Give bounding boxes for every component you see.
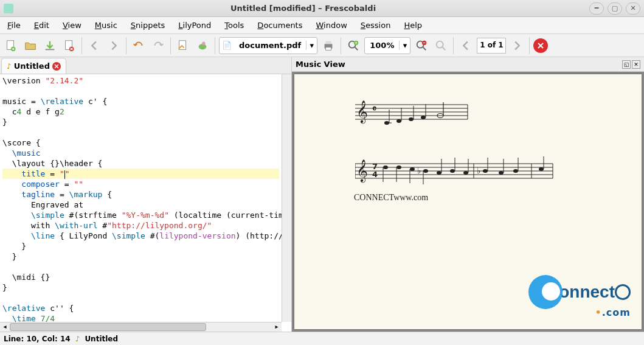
code-editor[interactable]: \version "2.14.2" music = \relative c' {… <box>0 74 291 332</box>
toolbar: 📄 document.pdf ▾ 100% ▾ 1 of 1 <box>0 34 644 57</box>
code-line[interactable]: } <box>2 241 279 251</box>
save-button[interactable] <box>41 37 58 54</box>
document-selector[interactable]: 📄 document.pdf ▾ <box>219 37 317 54</box>
menu-view[interactable]: View <box>59 19 85 32</box>
scroll-right-button[interactable]: ▸ <box>272 322 282 332</box>
svg-point-7 <box>202 41 206 45</box>
menu-help[interactable]: Help <box>400 19 426 32</box>
code-line[interactable]: \midi {} <box>2 272 279 282</box>
back-button[interactable] <box>86 37 103 54</box>
zoom-in-button[interactable] <box>345 37 362 54</box>
code-line[interactable]: } <box>2 251 279 262</box>
menu-file[interactable]: File <box>4 19 24 32</box>
code-line[interactable] <box>2 262 279 272</box>
svg-point-58 <box>450 169 455 173</box>
tab-label: Untitled <box>14 61 50 71</box>
code-line[interactable]: \music <box>2 148 279 158</box>
close-panel-button[interactable]: ✕ <box>632 60 640 69</box>
menu-tools[interactable]: Tools <box>221 19 248 32</box>
svg-rect-9 <box>326 41 331 44</box>
code-line[interactable] <box>2 127 279 138</box>
zoom-selector[interactable]: 100% ▾ <box>364 37 410 54</box>
vertical-scrollbar[interactable] <box>282 74 291 322</box>
menu-snippets[interactable]: Snippets <box>127 19 169 32</box>
print-button[interactable] <box>320 37 337 54</box>
svg-text:𝄞: 𝄞 <box>356 100 368 124</box>
svg-point-31 <box>421 116 426 119</box>
code-line[interactable]: tagline = \markup { <box>2 189 279 200</box>
svg-point-15 <box>437 41 443 47</box>
minimize-button[interactable]: ━ <box>589 2 604 15</box>
code-line[interactable]: \version "2.14.2" <box>2 75 279 86</box>
redo-button[interactable] <box>150 37 167 54</box>
forward-button[interactable] <box>105 37 122 54</box>
code-line[interactable]: \relative c'' { <box>2 303 279 313</box>
watermark-logo: onnect •.com <box>528 275 631 318</box>
cursor-position: Line: 10, Col: 14 <box>4 335 71 343</box>
svg-text:𝄴: 𝄴 <box>372 103 376 114</box>
chevron-down-icon[interactable]: ▾ <box>306 41 317 50</box>
new-file-button[interactable] <box>2 37 19 54</box>
close-window-button[interactable]: ✕ <box>626 2 640 15</box>
code-line[interactable]: } <box>2 282 279 293</box>
engrave-button[interactable] <box>175 37 192 54</box>
detach-panel-button[interactable]: ◱ <box>622 60 631 69</box>
zoom-out-button[interactable] <box>413 37 430 54</box>
code-line[interactable]: music = \relative c' { <box>2 96 279 106</box>
next-page-button[interactable] <box>508 37 525 54</box>
svg-point-63 <box>483 169 488 173</box>
scroll-left-button[interactable]: ◂ <box>0 322 10 332</box>
lilypond-button[interactable] <box>194 37 211 54</box>
svg-point-60 <box>463 171 468 175</box>
music-view-title: Music View <box>296 60 345 69</box>
scroll-thumb[interactable] <box>10 323 206 331</box>
title-bar: Untitled [modified] – Frescobaldi ━ ▢ ✕ <box>0 0 644 17</box>
code-line[interactable]: \score { <box>2 138 279 148</box>
status-bar: Line: 10, Col: 14 ♪ Untitled <box>0 332 644 345</box>
svg-text:♭: ♭ <box>477 166 481 175</box>
close-preview-button[interactable] <box>533 38 548 53</box>
code-line[interactable]: title = "" <box>2 169 279 179</box>
code-line[interactable]: c4 d e f g2 <box>2 106 279 117</box>
page-indicator[interactable]: 1 of 1 <box>477 38 506 54</box>
tab-untitled[interactable]: ♪ Untitled <box>1 58 66 74</box>
svg-text:𝄞: 𝄞 <box>356 159 368 183</box>
maximize-button[interactable]: ▢ <box>608 2 622 15</box>
zoom-fit-button[interactable] <box>432 37 449 54</box>
menu-window[interactable]: Window <box>313 19 351 32</box>
tab-close-button[interactable] <box>52 62 61 71</box>
code-line[interactable]: with \with-url #"http://lilypond.org/" <box>2 220 279 231</box>
svg-point-51 <box>410 167 415 171</box>
menu-session[interactable]: Session <box>357 19 395 32</box>
close-file-button[interactable] <box>61 37 78 54</box>
code-line[interactable]: \simple #(strftime "%Y-%m-%d" (localtime… <box>2 210 279 220</box>
staff-1: 𝄞 𝄴 <box>355 99 471 129</box>
code-line[interactable]: \time 7/4 <box>2 313 279 322</box>
svg-text:♭: ♭ <box>417 166 421 175</box>
code-line[interactable]: composer = "" <box>2 179 279 189</box>
svg-rect-2 <box>46 49 55 50</box>
code-line[interactable]: Engraved at <box>2 200 279 210</box>
svg-point-69 <box>539 167 544 171</box>
code-line[interactable]: } <box>2 117 279 127</box>
prev-page-button[interactable] <box>457 37 474 54</box>
window-title: Untitled [modified] – Frescobaldi <box>17 4 589 13</box>
code-line[interactable]: \layout {}\header { <box>2 158 279 169</box>
code-line[interactable] <box>2 86 279 96</box>
staff-2: 𝄞 7 4 ♭ ♭ <box>355 156 556 190</box>
undo-button[interactable] <box>130 37 147 54</box>
svg-point-6 <box>199 44 207 49</box>
menu-documents[interactable]: Documents <box>254 19 306 32</box>
menu-bar: FileEditViewMusicSnippetsLilyPondToolsDo… <box>0 17 644 34</box>
svg-point-54 <box>423 169 428 173</box>
music-preview[interactable]: 𝄞 𝄴 𝄞 7 4 <box>292 72 644 332</box>
menu-edit[interactable]: Edit <box>30 19 53 32</box>
horizontal-scrollbar[interactable]: ◂ ▸ <box>0 322 282 332</box>
code-line[interactable] <box>2 293 279 303</box>
chevron-down-icon[interactable]: ▾ <box>399 41 410 50</box>
menu-music[interactable]: Music <box>91 19 121 32</box>
open-file-button[interactable] <box>22 37 39 54</box>
menu-lilypond[interactable]: LilyPond <box>175 19 215 32</box>
code-line[interactable]: \line { LilyPond \simple #(lilypond-vers… <box>2 231 279 241</box>
music-view-header: Music View ◱ ✕ <box>292 57 644 72</box>
